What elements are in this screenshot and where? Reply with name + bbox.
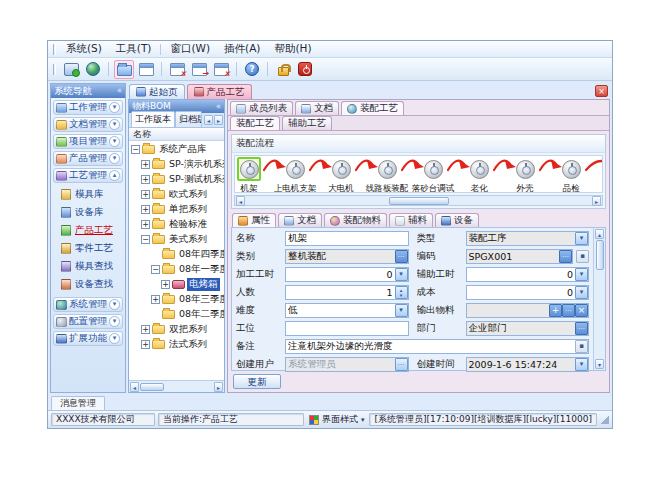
expand-icon[interactable] xyxy=(151,295,160,304)
subtab-assembly-process[interactable]: 装配工艺 xyxy=(230,116,280,130)
nav-item-product-process[interactable]: 产品工艺 xyxy=(61,224,123,237)
scroll-left-icon[interactable]: ◂ xyxy=(236,196,245,206)
folder-open-button[interactable] xyxy=(114,60,134,79)
lock-button[interactable] xyxy=(273,60,293,79)
tab-product-process[interactable]: 产品工艺 xyxy=(187,84,252,99)
ellipsis-icon[interactable] xyxy=(575,322,588,335)
flow-horizontal-scrollbar[interactable]: ◂ ▸ xyxy=(234,195,603,206)
expand-note-button[interactable]: ▪ xyxy=(575,340,588,353)
close-document-button[interactable]: × xyxy=(167,60,187,79)
scroll-right-icon[interactable]: ▸ xyxy=(214,115,223,125)
nav-item-mold-library[interactable]: 模具库 xyxy=(61,188,123,201)
form-vertical-scrollbar[interactable]: ▴ ▾ xyxy=(593,228,605,370)
chevron-down-icon[interactable] xyxy=(109,333,120,344)
dropdown-icon[interactable] xyxy=(395,304,408,317)
window-list-button[interactable] xyxy=(136,60,156,79)
people-count-field[interactable] xyxy=(286,287,395,298)
created-by-field[interactable] xyxy=(286,359,395,370)
difficulty-field[interactable] xyxy=(286,305,395,316)
chevron-down-icon[interactable] xyxy=(109,119,120,130)
menu-system[interactable]: 系统(S) xyxy=(59,41,109,57)
flow-node[interactable] xyxy=(283,157,307,181)
subtab-auxiliary-process[interactable]: 辅助工艺 xyxy=(282,116,332,130)
menu-plugins[interactable]: 插件(A) xyxy=(217,41,267,57)
tree-node[interactable]: 08年一季度 xyxy=(129,262,224,277)
chevron-down-icon[interactable] xyxy=(109,153,120,164)
code-field[interactable] xyxy=(467,251,560,262)
expand-icon[interactable] xyxy=(141,205,150,214)
tree-node[interactable]: 美式系列 xyxy=(129,232,224,247)
expand-icon[interactable] xyxy=(141,175,150,184)
tree-node[interactable]: 08年二季度 xyxy=(129,307,224,322)
tree-node[interactable]: 检验标准 xyxy=(129,217,224,232)
pin-icon[interactable]: « xyxy=(216,102,221,112)
tree-node[interactable]: 系统产品库 xyxy=(129,142,224,157)
sidebar-group-work[interactable]: 工作管理 xyxy=(53,100,123,115)
collapse-icon[interactable] xyxy=(131,145,140,154)
tree-node[interactable]: 法式系列 xyxy=(129,337,224,352)
scroll-thumb[interactable] xyxy=(389,197,449,205)
toolbar-grip[interactable] xyxy=(53,44,56,55)
tab-auxiliary-materials[interactable]: 辅料 xyxy=(389,213,433,227)
tree-node[interactable]: 双把系列 xyxy=(129,322,224,337)
auxiliary-hours-field[interactable] xyxy=(467,269,576,280)
tab-assembly-process[interactable]: 装配工艺 xyxy=(341,101,404,115)
chevron-down-icon[interactable] xyxy=(109,102,120,113)
sidebar-group-product[interactable]: 产品管理 xyxy=(53,151,123,166)
department-field[interactable] xyxy=(467,323,576,334)
tab-documents[interactable]: 文档 xyxy=(295,101,339,115)
type-field[interactable] xyxy=(467,233,576,244)
ellipsis-icon[interactable] xyxy=(395,358,408,371)
globe-button[interactable] xyxy=(83,60,103,79)
scroll-thumb[interactable] xyxy=(140,383,164,391)
interface-style-picker[interactable]: 界面样式 ▾ xyxy=(307,413,367,426)
nav-item-part-process[interactable]: 零件工艺 xyxy=(61,242,123,255)
toolbar-grip[interactable] xyxy=(53,64,56,75)
flow-node[interactable] xyxy=(559,157,583,181)
resize-grip[interactable] xyxy=(601,416,609,424)
dropdown-icon[interactable] xyxy=(575,268,588,281)
update-button[interactable]: 更新 xyxy=(233,374,281,389)
chevron-down-icon[interactable] xyxy=(109,316,120,327)
close-tab-button[interactable]: × xyxy=(595,85,608,97)
menu-help[interactable]: 帮助(H) xyxy=(267,41,318,57)
tab-member-list[interactable]: 成员列表 xyxy=(230,101,293,115)
tree-horizontal-scrollbar[interactable]: ◂ ▸ xyxy=(129,380,224,392)
name-field[interactable] xyxy=(286,233,408,244)
link-button[interactable]: ▪ xyxy=(576,250,589,263)
switch-window-button[interactable]: → xyxy=(189,60,209,79)
expand-icon[interactable] xyxy=(141,190,150,199)
sidebar-group-project[interactable]: 项目管理 xyxy=(53,134,123,149)
flow-node[interactable] xyxy=(375,157,399,181)
workstation-field[interactable] xyxy=(286,323,408,334)
flow-node[interactable] xyxy=(329,157,353,181)
flow-node-selected[interactable] xyxy=(237,157,261,181)
processing-hours-field[interactable] xyxy=(286,269,395,280)
dropdown-icon[interactable] xyxy=(575,286,588,299)
tab-properties[interactable]: 属性 xyxy=(232,213,276,227)
help-button[interactable]: ? xyxy=(242,60,262,79)
scroll-left-icon[interactable]: ◂ xyxy=(204,115,213,125)
sidebar-group-system[interactable]: 系统管理 xyxy=(53,297,123,312)
dropdown-icon[interactable] xyxy=(575,358,588,371)
ellipsis-icon[interactable] xyxy=(395,250,408,263)
tab-work-version[interactable]: 工作版本 xyxy=(131,111,175,127)
ellipsis-icon[interactable] xyxy=(559,250,572,263)
nav-item-equipment-library[interactable]: 设备库 xyxy=(61,206,123,219)
created-time-field[interactable] xyxy=(467,359,576,370)
chevron-down-icon[interactable] xyxy=(109,299,120,310)
collapse-icon[interactable] xyxy=(151,265,160,274)
flow-node[interactable] xyxy=(467,157,491,181)
collapse-icon[interactable] xyxy=(141,235,150,244)
sidebar-group-extensions[interactable]: 扩展功能 xyxy=(53,331,123,346)
cost-field[interactable] xyxy=(467,287,576,298)
chevron-down-icon[interactable] xyxy=(109,136,120,147)
dropdown-icon[interactable] xyxy=(395,268,408,281)
tree-node[interactable]: 08年三季度 xyxy=(129,292,224,307)
menu-window[interactable]: 窗口(W) xyxy=(163,41,217,57)
scroll-thumb[interactable] xyxy=(596,240,604,270)
sidebar-group-config[interactable]: 配置管理 xyxy=(53,314,123,329)
scroll-up-icon[interactable]: ▴ xyxy=(595,229,604,239)
sidebar-collapse-icon[interactable]: « xyxy=(117,86,122,96)
ellipsis-icon[interactable] xyxy=(562,304,575,317)
